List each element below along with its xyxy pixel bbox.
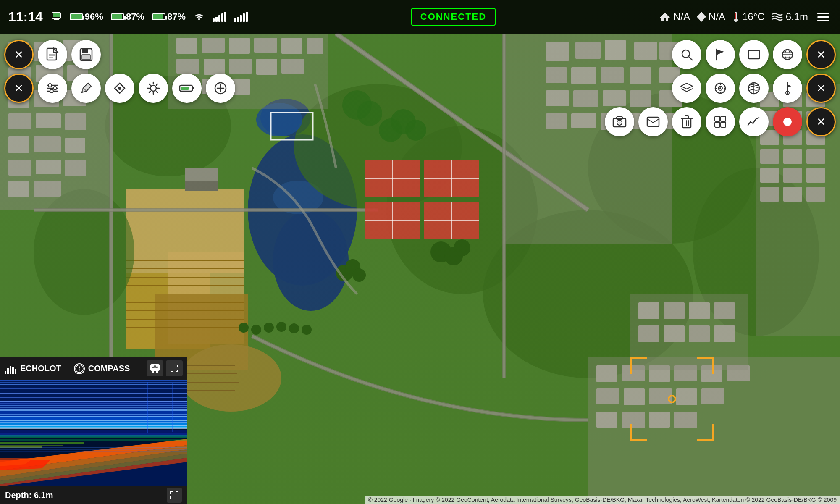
close-right3-button[interactable]: ✕ — [806, 107, 836, 136]
svg-rect-208 — [181, 87, 189, 90]
battery2-label: 87% — [126, 11, 144, 22]
svg-rect-291 — [0, 424, 187, 424]
target-frame — [630, 357, 714, 441]
svg-point-191 — [48, 84, 52, 87]
close-right1-button[interactable]: ✕ — [806, 40, 836, 69]
svg-rect-215 — [748, 50, 759, 59]
home-value: N/A — [673, 11, 690, 23]
expand-button[interactable] — [167, 488, 182, 503]
svg-rect-315 — [0, 447, 187, 448]
svg-rect-258 — [152, 371, 154, 373]
echolot-robot-button[interactable] — [147, 360, 163, 376]
svg-rect-281 — [0, 403, 187, 404]
svg-line-202 — [149, 84, 150, 85]
depth-status: 6.1m — [772, 11, 808, 23]
toolbar-left-row2: ✕ — [4, 74, 235, 103]
file-button[interactable] — [38, 40, 67, 69]
location-status: N/A — [697, 11, 725, 23]
battery-button[interactable] — [172, 74, 202, 103]
svg-rect-308 — [0, 442, 84, 444]
golf-button[interactable] — [773, 74, 802, 103]
corner-tl — [630, 357, 647, 374]
svg-rect-178 — [53, 13, 60, 17]
svg-point-260 — [152, 366, 154, 368]
svg-rect-319 — [0, 456, 187, 456]
grid-button[interactable] — [706, 107, 735, 136]
echolot-expand-button[interactable] — [166, 360, 183, 376]
compass-tab[interactable]: COMPASS — [74, 363, 130, 374]
battery2: 87% — [111, 11, 144, 22]
sonar-display — [0, 380, 187, 486]
svg-rect-244 — [721, 116, 726, 121]
depth-value: 6.1m — [786, 11, 808, 23]
battery3: 87% — [152, 11, 186, 22]
close-sub-button[interactable]: ✕ — [4, 74, 34, 103]
svg-rect-309 — [0, 445, 63, 446]
layers-button[interactable] — [672, 74, 701, 103]
battery1: 96% — [70, 11, 103, 22]
wifi-icon — [193, 12, 205, 22]
svg-rect-248 — [5, 371, 6, 374]
svg-rect-252 — [15, 369, 16, 374]
svg-line-213 — [689, 57, 692, 60]
target-button[interactable] — [706, 74, 735, 103]
svg-rect-305 — [0, 435, 187, 437]
svg-point-235 — [618, 121, 621, 124]
svg-point-179 — [198, 18, 200, 20]
add-button[interactable] — [206, 74, 235, 103]
svg-point-197 — [150, 85, 156, 91]
svg-rect-294 — [0, 428, 187, 429]
svg-point-223 — [719, 87, 721, 89]
globe-button[interactable] — [773, 40, 802, 69]
svg-rect-243 — [715, 116, 720, 121]
flag-button[interactable] — [706, 40, 735, 69]
close-right2-button[interactable]: ✕ — [806, 74, 836, 103]
svg-rect-290 — [0, 422, 187, 423]
toolbar-right-row2: ✕ — [672, 74, 836, 103]
svg-rect-280 — [0, 401, 187, 402]
depth-footer: Depth: 6.1m — [0, 486, 187, 504]
record-button[interactable] — [773, 107, 802, 136]
svg-rect-271 — [0, 382, 187, 383]
save-button[interactable] — [71, 40, 101, 69]
svg-rect-320 — [0, 458, 187, 458]
svg-rect-316 — [0, 449, 187, 450]
menu-button[interactable] — [815, 10, 832, 24]
svg-point-193 — [53, 87, 57, 90]
svg-rect-307 — [0, 439, 187, 441]
svg-rect-251 — [12, 367, 14, 374]
brightness-button[interactable] — [139, 74, 168, 103]
rectangle-button[interactable] — [739, 40, 769, 69]
draw-button[interactable] — [71, 74, 101, 103]
svg-rect-277 — [0, 395, 187, 395]
search-button[interactable] — [672, 40, 701, 69]
settings-button[interactable] — [38, 74, 67, 103]
svg-rect-314 — [181, 385, 181, 425]
chart-button[interactable] — [739, 107, 769, 136]
svg-point-261 — [156, 366, 158, 368]
trash-button[interactable] — [672, 107, 701, 136]
svg-rect-272 — [0, 384, 187, 385]
close-main-button[interactable]: ✕ — [4, 40, 34, 69]
svg-rect-177 — [54, 18, 59, 20]
svg-rect-274 — [0, 388, 187, 389]
echolot-header: ECHOLOT COMPASS — [0, 357, 187, 380]
svg-point-195 — [50, 89, 53, 93]
map-globe-button[interactable] — [739, 74, 769, 103]
connected-badge: CONNECTED — [411, 8, 496, 26]
status-bar: 11:14 96% 87% 87% — [0, 0, 840, 34]
svg-rect-293 — [0, 427, 187, 428]
corner-tr — [697, 357, 714, 374]
svg-rect-245 — [715, 122, 720, 127]
envelope-button[interactable] — [638, 107, 668, 136]
svg-rect-236 — [647, 117, 659, 126]
waypoint-button[interactable] — [105, 74, 134, 103]
photo-button[interactable] — [605, 107, 634, 136]
toolbar-left-row1: ✕ — [4, 40, 101, 69]
svg-rect-311 — [147, 382, 148, 433]
location-value: N/A — [709, 11, 725, 23]
svg-rect-286 — [0, 414, 187, 415]
echolot-tab[interactable]: ECHOLOT — [4, 363, 61, 374]
svg-rect-273 — [0, 386, 187, 386]
target-dot — [668, 395, 676, 403]
